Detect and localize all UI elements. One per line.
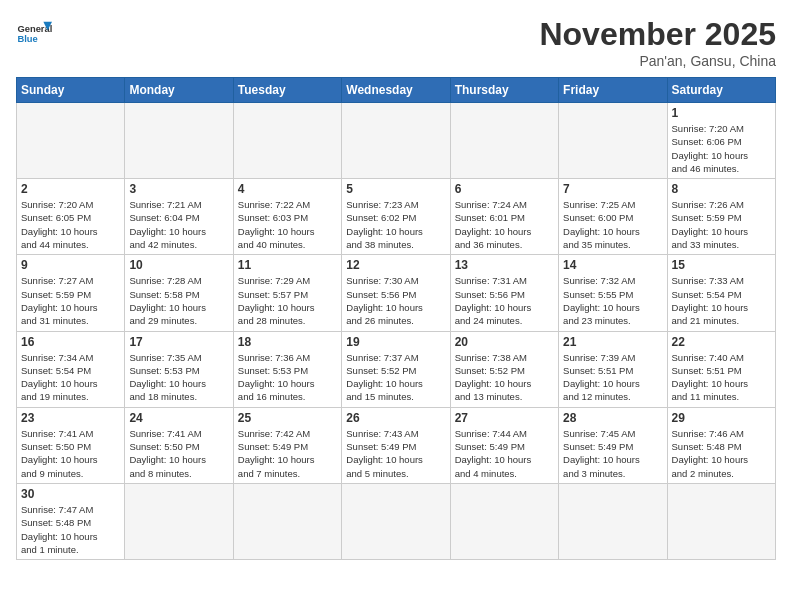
day-number: 8 <box>672 182 771 196</box>
calendar-cell: 4Sunrise: 7:22 AM Sunset: 6:03 PM Daylig… <box>233 179 341 255</box>
day-info: Sunrise: 7:43 AM Sunset: 5:49 PM Dayligh… <box>346 427 445 480</box>
day-info: Sunrise: 7:26 AM Sunset: 5:59 PM Dayligh… <box>672 198 771 251</box>
day-info: Sunrise: 7:39 AM Sunset: 5:51 PM Dayligh… <box>563 351 662 404</box>
day-number: 29 <box>672 411 771 425</box>
calendar-cell: 7Sunrise: 7:25 AM Sunset: 6:00 PM Daylig… <box>559 179 667 255</box>
calendar-cell: 3Sunrise: 7:21 AM Sunset: 6:04 PM Daylig… <box>125 179 233 255</box>
day-number: 23 <box>21 411 120 425</box>
day-number: 14 <box>563 258 662 272</box>
day-info: Sunrise: 7:45 AM Sunset: 5:49 PM Dayligh… <box>563 427 662 480</box>
day-number: 12 <box>346 258 445 272</box>
day-number: 3 <box>129 182 228 196</box>
day-info: Sunrise: 7:20 AM Sunset: 6:06 PM Dayligh… <box>672 122 771 175</box>
day-number: 26 <box>346 411 445 425</box>
week-row-5: 23Sunrise: 7:41 AM Sunset: 5:50 PM Dayli… <box>17 407 776 483</box>
calendar-cell <box>559 103 667 179</box>
calendar-cell: 29Sunrise: 7:46 AM Sunset: 5:48 PM Dayli… <box>667 407 775 483</box>
calendar-cell: 9Sunrise: 7:27 AM Sunset: 5:59 PM Daylig… <box>17 255 125 331</box>
day-number: 11 <box>238 258 337 272</box>
day-number: 10 <box>129 258 228 272</box>
day-info: Sunrise: 7:28 AM Sunset: 5:58 PM Dayligh… <box>129 274 228 327</box>
day-number: 16 <box>21 335 120 349</box>
calendar-cell: 2Sunrise: 7:20 AM Sunset: 6:05 PM Daylig… <box>17 179 125 255</box>
day-info: Sunrise: 7:30 AM Sunset: 5:56 PM Dayligh… <box>346 274 445 327</box>
day-info: Sunrise: 7:32 AM Sunset: 5:55 PM Dayligh… <box>563 274 662 327</box>
calendar-cell: 15Sunrise: 7:33 AM Sunset: 5:54 PM Dayli… <box>667 255 775 331</box>
calendar-cell: 19Sunrise: 7:37 AM Sunset: 5:52 PM Dayli… <box>342 331 450 407</box>
calendar-cell: 22Sunrise: 7:40 AM Sunset: 5:51 PM Dayli… <box>667 331 775 407</box>
location: Pan'an, Gansu, China <box>539 53 776 69</box>
weekday-header-tuesday: Tuesday <box>233 78 341 103</box>
month-title: November 2025 <box>539 16 776 53</box>
day-number: 30 <box>21 487 120 501</box>
week-row-2: 2Sunrise: 7:20 AM Sunset: 6:05 PM Daylig… <box>17 179 776 255</box>
calendar-cell: 24Sunrise: 7:41 AM Sunset: 5:50 PM Dayli… <box>125 407 233 483</box>
day-number: 20 <box>455 335 554 349</box>
week-row-4: 16Sunrise: 7:34 AM Sunset: 5:54 PM Dayli… <box>17 331 776 407</box>
calendar-cell: 13Sunrise: 7:31 AM Sunset: 5:56 PM Dayli… <box>450 255 558 331</box>
day-number: 25 <box>238 411 337 425</box>
week-row-6: 30Sunrise: 7:47 AM Sunset: 5:48 PM Dayli… <box>17 483 776 559</box>
day-number: 15 <box>672 258 771 272</box>
title-block: November 2025 Pan'an, Gansu, China <box>539 16 776 69</box>
calendar-cell <box>450 483 558 559</box>
logo: General Blue <box>16 16 52 52</box>
day-info: Sunrise: 7:44 AM Sunset: 5:49 PM Dayligh… <box>455 427 554 480</box>
calendar-cell: 14Sunrise: 7:32 AM Sunset: 5:55 PM Dayli… <box>559 255 667 331</box>
day-number: 24 <box>129 411 228 425</box>
day-number: 21 <box>563 335 662 349</box>
calendar-cell: 30Sunrise: 7:47 AM Sunset: 5:48 PM Dayli… <box>17 483 125 559</box>
day-info: Sunrise: 7:42 AM Sunset: 5:49 PM Dayligh… <box>238 427 337 480</box>
weekday-header-wednesday: Wednesday <box>342 78 450 103</box>
day-number: 27 <box>455 411 554 425</box>
calendar-cell: 27Sunrise: 7:44 AM Sunset: 5:49 PM Dayli… <box>450 407 558 483</box>
day-number: 6 <box>455 182 554 196</box>
day-info: Sunrise: 7:21 AM Sunset: 6:04 PM Dayligh… <box>129 198 228 251</box>
weekday-header-friday: Friday <box>559 78 667 103</box>
weekday-header-monday: Monday <box>125 78 233 103</box>
day-info: Sunrise: 7:31 AM Sunset: 5:56 PM Dayligh… <box>455 274 554 327</box>
calendar-cell: 28Sunrise: 7:45 AM Sunset: 5:49 PM Dayli… <box>559 407 667 483</box>
calendar-cell <box>125 103 233 179</box>
day-info: Sunrise: 7:41 AM Sunset: 5:50 PM Dayligh… <box>129 427 228 480</box>
calendar-cell: 8Sunrise: 7:26 AM Sunset: 5:59 PM Daylig… <box>667 179 775 255</box>
day-info: Sunrise: 7:35 AM Sunset: 5:53 PM Dayligh… <box>129 351 228 404</box>
calendar-cell <box>342 483 450 559</box>
day-info: Sunrise: 7:20 AM Sunset: 6:05 PM Dayligh… <box>21 198 120 251</box>
calendar-cell <box>342 103 450 179</box>
calendar-cell: 5Sunrise: 7:23 AM Sunset: 6:02 PM Daylig… <box>342 179 450 255</box>
day-info: Sunrise: 7:47 AM Sunset: 5:48 PM Dayligh… <box>21 503 120 556</box>
day-info: Sunrise: 7:29 AM Sunset: 5:57 PM Dayligh… <box>238 274 337 327</box>
day-number: 22 <box>672 335 771 349</box>
calendar: SundayMondayTuesdayWednesdayThursdayFrid… <box>16 77 776 560</box>
svg-text:Blue: Blue <box>17 34 37 44</box>
day-info: Sunrise: 7:25 AM Sunset: 6:00 PM Dayligh… <box>563 198 662 251</box>
day-info: Sunrise: 7:33 AM Sunset: 5:54 PM Dayligh… <box>672 274 771 327</box>
day-number: 4 <box>238 182 337 196</box>
day-info: Sunrise: 7:36 AM Sunset: 5:53 PM Dayligh… <box>238 351 337 404</box>
calendar-cell: 1Sunrise: 7:20 AM Sunset: 6:06 PM Daylig… <box>667 103 775 179</box>
calendar-cell: 26Sunrise: 7:43 AM Sunset: 5:49 PM Dayli… <box>342 407 450 483</box>
day-number: 2 <box>21 182 120 196</box>
day-info: Sunrise: 7:22 AM Sunset: 6:03 PM Dayligh… <box>238 198 337 251</box>
day-number: 13 <box>455 258 554 272</box>
day-info: Sunrise: 7:27 AM Sunset: 5:59 PM Dayligh… <box>21 274 120 327</box>
day-number: 7 <box>563 182 662 196</box>
day-number: 9 <box>21 258 120 272</box>
day-info: Sunrise: 7:40 AM Sunset: 5:51 PM Dayligh… <box>672 351 771 404</box>
calendar-cell: 10Sunrise: 7:28 AM Sunset: 5:58 PM Dayli… <box>125 255 233 331</box>
day-number: 28 <box>563 411 662 425</box>
weekday-header-row: SundayMondayTuesdayWednesdayThursdayFrid… <box>17 78 776 103</box>
calendar-cell <box>667 483 775 559</box>
weekday-header-saturday: Saturday <box>667 78 775 103</box>
day-info: Sunrise: 7:46 AM Sunset: 5:48 PM Dayligh… <box>672 427 771 480</box>
calendar-cell: 6Sunrise: 7:24 AM Sunset: 6:01 PM Daylig… <box>450 179 558 255</box>
calendar-cell <box>17 103 125 179</box>
calendar-cell <box>233 103 341 179</box>
calendar-cell: 11Sunrise: 7:29 AM Sunset: 5:57 PM Dayli… <box>233 255 341 331</box>
calendar-cell <box>233 483 341 559</box>
weekday-header-thursday: Thursday <box>450 78 558 103</box>
day-info: Sunrise: 7:41 AM Sunset: 5:50 PM Dayligh… <box>21 427 120 480</box>
day-info: Sunrise: 7:24 AM Sunset: 6:01 PM Dayligh… <box>455 198 554 251</box>
calendar-cell: 20Sunrise: 7:38 AM Sunset: 5:52 PM Dayli… <box>450 331 558 407</box>
